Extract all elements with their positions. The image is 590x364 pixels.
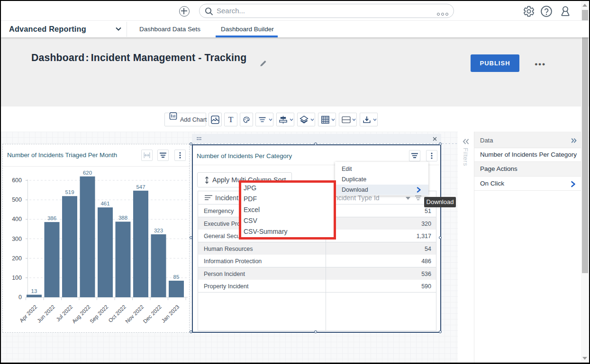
svg-text:500: 500 [12,196,22,203]
svg-text:Jul 2022: Jul 2022 [55,304,73,322]
svg-text:Sep 2022: Sep 2022 [89,304,109,324]
svg-text:323: 323 [154,228,163,233]
svg-text:Nov 2022: Nov 2022 [124,304,145,324]
svg-text:Apr 2022: Apr 2022 [18,304,38,323]
svg-text:386: 386 [47,215,56,221]
svg-text:547: 547 [136,184,145,190]
svg-text:100: 100 [12,275,22,281]
svg-text:Dec 2022: Dec 2022 [142,304,163,324]
svg-text:519: 519 [65,189,74,195]
svg-text:388: 388 [118,215,127,221]
svg-text:Jun 2022: Jun 2022 [36,304,56,324]
svg-text:300: 300 [12,236,22,242]
svg-text:13: 13 [31,288,37,294]
svg-text:Aug 2022: Aug 2022 [71,304,91,324]
svg-text:Jan 2023: Jan 2023 [160,304,180,324]
svg-text:0: 0 [18,294,22,301]
svg-text:85: 85 [173,274,180,280]
svg-text:400: 400 [12,216,22,222]
svg-text:461: 461 [100,201,109,206]
svg-text:600: 600 [12,177,22,184]
svg-text:620: 620 [83,170,92,176]
svg-text:200: 200 [12,255,22,262]
